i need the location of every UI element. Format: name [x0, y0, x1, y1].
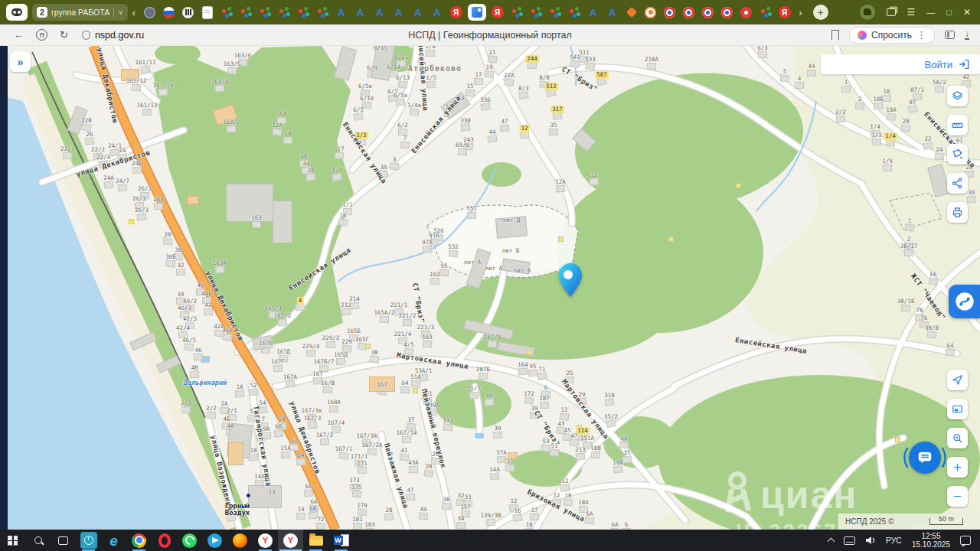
- taskbar-whatsapp[interactable]: [177, 530, 202, 551]
- maximize-button[interactable]: □: [946, 8, 952, 17]
- menu-icon[interactable]: ☰: [907, 7, 916, 18]
- notification-center-icon[interactable]: [960, 536, 971, 545]
- area-search-button[interactable]: [947, 144, 968, 165]
- map-label: 12: [510, 498, 517, 504]
- zoom-in-button[interactable]: [947, 457, 968, 478]
- reload-button[interactable]: ↻: [60, 29, 68, 41]
- taskbar-opera[interactable]: [152, 530, 177, 551]
- pinned-tab-nspd[interactable]: [758, 5, 773, 20]
- pinned-tab-nspd[interactable]: [296, 5, 311, 20]
- pinned-tab-ring[interactable]: [720, 5, 735, 20]
- new-tab-button[interactable]: +: [813, 5, 828, 20]
- browser-sidebar-strip[interactable]: [0, 46, 8, 530]
- tab-panels-icon[interactable]: [887, 8, 896, 16]
- taskbar-start[interactable]: [0, 530, 25, 551]
- pinned-tab-alpha[interactable]: А: [391, 5, 407, 20]
- share-button[interactable]: [947, 173, 968, 194]
- bookmark-icon[interactable]: [831, 30, 839, 40]
- chat-button[interactable]: [909, 442, 941, 474]
- pinned-tab-ya[interactable]: Я: [449, 5, 464, 20]
- keyboard-icon[interactable]: [844, 536, 855, 545]
- taskbar-taskview[interactable]: [51, 530, 76, 551]
- pinned-tab-alpha[interactable]: А: [430, 5, 445, 20]
- pinned-tab-nspd[interactable]: [238, 5, 253, 20]
- ruler-button[interactable]: [947, 115, 968, 135]
- taskbar-yandex-active[interactable]: Y: [278, 530, 303, 551]
- taskbar-firefox[interactable]: [227, 530, 253, 551]
- chevron-down-icon[interactable]: ∨: [118, 8, 123, 16]
- tab-scroll-right[interactable]: ›: [799, 8, 802, 18]
- tray-expand-icon[interactable]: [827, 538, 835, 546]
- taskbar-search[interactable]: [25, 530, 51, 551]
- print-button[interactable]: [947, 202, 968, 223]
- taskbar-telegram[interactable]: [202, 530, 227, 551]
- taskbar-explorer[interactable]: [303, 530, 328, 551]
- pinned-tab-alpha[interactable]: А: [372, 5, 387, 20]
- map-label: 317: [550, 106, 564, 113]
- pinned-tab-ya[interactable]: Я: [490, 5, 505, 20]
- minimize-button[interactable]: —: [926, 8, 935, 17]
- pinned-tab-flag[interactable]: [162, 5, 177, 20]
- zoom-out-button[interactable]: [947, 486, 968, 507]
- map-marker[interactable]: [557, 262, 584, 298]
- taskbar-yandex[interactable]: Y: [253, 530, 278, 551]
- taskbar-clock[interactable]: 12:55 15.10.2025: [912, 532, 950, 549]
- pinned-tab-reddot[interactable]: [739, 5, 754, 20]
- pinned-tab-alpha[interactable]: А: [353, 5, 368, 20]
- taskbar-word[interactable]: W: [328, 530, 354, 551]
- pinned-tab-nspd[interactable]: [219, 5, 234, 20]
- map-label: 587: [595, 71, 609, 79]
- pinned-tab-alpha[interactable]: А: [334, 5, 349, 20]
- pinned-tab-ring[interactable]: [681, 5, 697, 20]
- pinned-tab-nspd[interactable]: [509, 5, 524, 20]
- yandex-home-icon[interactable]: Я: [36, 29, 47, 41]
- login-bar[interactable]: Войти: [821, 54, 980, 74]
- language-indicator[interactable]: РУС: [886, 536, 902, 545]
- ask-more-icon[interactable]: ⋮: [916, 29, 926, 41]
- taskbar-chrome[interactable]: [126, 530, 152, 551]
- url-field[interactable]: nspd.gov.ru: [82, 30, 144, 41]
- dino-extension-icon[interactable]: [860, 5, 875, 20]
- pinned-tab-active[interactable]: [468, 4, 486, 21]
- speaker-icon[interactable]: [865, 536, 876, 545]
- tab-group-pill[interactable]: 2 группа РАБОТА ∨: [32, 4, 128, 21]
- map-canvas[interactable]: 161/11161/12161/14161/13163/6163/5163/41…: [0, 46, 980, 530]
- pinned-tab-nspd[interactable]: [276, 5, 292, 20]
- map-building: [466, 89, 475, 96]
- locate-button[interactable]: [947, 370, 968, 390]
- sidebar-panel-icon[interactable]: [945, 31, 955, 39]
- pinned-tab-dmond[interactable]: [624, 5, 639, 20]
- pinned-tab-nspd[interactable]: [257, 5, 273, 20]
- pinned-tab-alpha[interactable]: А: [605, 5, 620, 20]
- feedback-side-tab[interactable]: [949, 285, 980, 318]
- sidebar-expand-button[interactable]: »: [10, 51, 31, 72]
- pinned-tab-globe[interactable]: [142, 5, 158, 20]
- map-label: 212: [341, 302, 351, 308]
- back-button[interactable]: ←: [14, 29, 24, 41]
- pinned-tab-nspd[interactable]: [567, 5, 582, 20]
- close-button[interactable]: ✕: [963, 8, 971, 17]
- ask-alice-button[interactable]: Спросить ⋮: [849, 27, 935, 44]
- pinned-tab-ya[interactable]: Я: [777, 5, 792, 20]
- pinned-tab-nspd[interactable]: [528, 5, 544, 20]
- pinned-tab-alpha[interactable]: А: [410, 5, 426, 20]
- layers-button[interactable]: [947, 86, 968, 106]
- pinned-tab-audio[interactable]: [181, 5, 196, 20]
- pinned-tab-ring[interactable]: [662, 5, 678, 20]
- chat-widget[interactable]: [903, 438, 947, 478]
- pinned-tab-ring[interactable]: [701, 5, 716, 20]
- pinned-tab-target[interactable]: [643, 5, 658, 20]
- downloads-icon[interactable]: ↓: [965, 30, 969, 40]
- taskbar-ie[interactable]: e: [101, 530, 126, 551]
- map-label: 30Б: [165, 254, 176, 260]
- tab-scroll-left[interactable]: ‹: [132, 8, 136, 18]
- object-search-button[interactable]: [947, 428, 968, 448]
- pinned-tab-nspd[interactable]: [547, 5, 563, 20]
- taskbar-timer[interactable]: [76, 530, 101, 551]
- pinned-tab-nspd[interactable]: [315, 5, 330, 20]
- pinned-tab-alpha[interactable]: А: [586, 5, 601, 20]
- browser-profile-button[interactable]: [6, 4, 28, 21]
- pinned-tab-doc[interactable]: [200, 5, 215, 20]
- minimap-button[interactable]: [947, 399, 968, 419]
- map-building: [558, 236, 564, 242]
